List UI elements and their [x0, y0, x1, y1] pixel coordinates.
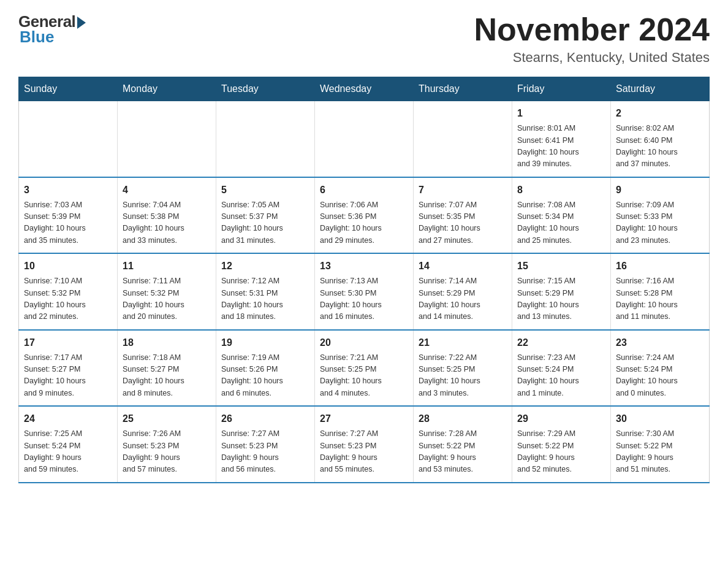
day-number: 21 [419, 335, 507, 350]
day-info: Sunrise: 7:26 AM Sunset: 5:23 PM Dayligh… [123, 428, 211, 476]
header-day-saturday: Saturday [611, 77, 710, 101]
header-day-tuesday: Tuesday [216, 77, 315, 101]
day-number: 6 [320, 183, 408, 197]
calendar-cell: 5Sunrise: 7:05 AM Sunset: 5:37 PM Daylig… [216, 177, 315, 254]
calendar-cell: 18Sunrise: 7:18 AM Sunset: 5:27 PM Dayli… [118, 330, 216, 407]
header-day-thursday: Thursday [414, 77, 512, 101]
day-info: Sunrise: 7:28 AM Sunset: 5:22 PM Dayligh… [419, 428, 507, 476]
calendar-cell: 17Sunrise: 7:17 AM Sunset: 5:27 PM Dayli… [19, 330, 118, 407]
day-info: Sunrise: 7:27 AM Sunset: 5:23 PM Dayligh… [320, 428, 408, 476]
day-info: Sunrise: 7:12 AM Sunset: 5:31 PM Dayligh… [221, 275, 309, 323]
day-number: 17 [24, 335, 112, 350]
day-info: Sunrise: 7:13 AM Sunset: 5:30 PM Dayligh… [320, 275, 408, 323]
calendar-cell [118, 101, 216, 177]
calendar-week-row: 1Sunrise: 8:01 AM Sunset: 6:41 PM Daylig… [19, 101, 710, 177]
day-info: Sunrise: 7:22 AM Sunset: 5:25 PM Dayligh… [419, 352, 507, 400]
day-number: 24 [24, 412, 112, 426]
calendar-cell: 3Sunrise: 7:03 AM Sunset: 5:39 PM Daylig… [19, 177, 118, 254]
day-info: Sunrise: 7:15 AM Sunset: 5:29 PM Dayligh… [517, 275, 605, 323]
logo: General Blue [18, 12, 86, 47]
day-info: Sunrise: 7:03 AM Sunset: 5:39 PM Dayligh… [24, 199, 112, 247]
day-info: Sunrise: 7:30 AM Sunset: 5:22 PM Dayligh… [616, 428, 704, 476]
day-info: Sunrise: 7:27 AM Sunset: 5:23 PM Dayligh… [221, 428, 309, 476]
day-number: 16 [616, 259, 704, 274]
calendar-week-row: 10Sunrise: 7:10 AM Sunset: 5:32 PM Dayli… [19, 253, 710, 330]
day-info: Sunrise: 7:19 AM Sunset: 5:26 PM Dayligh… [221, 352, 309, 400]
day-info: Sunrise: 7:25 AM Sunset: 5:24 PM Dayligh… [24, 428, 112, 476]
header-day-monday: Monday [118, 77, 216, 101]
logo-blue-text: Blue [20, 28, 54, 47]
day-number: 11 [123, 259, 211, 274]
calendar-cell: 25Sunrise: 7:26 AM Sunset: 5:23 PM Dayli… [118, 406, 216, 483]
day-number: 19 [221, 335, 309, 350]
location-subtitle: Stearns, Kentucky, United States [474, 50, 710, 66]
calendar-header-row: SundayMondayTuesdayWednesdayThursdayFrid… [19, 77, 710, 101]
calendar-cell: 11Sunrise: 7:11 AM Sunset: 5:32 PM Dayli… [118, 253, 216, 330]
header-day-wednesday: Wednesday [315, 77, 414, 101]
calendar-cell: 16Sunrise: 7:16 AM Sunset: 5:28 PM Dayli… [611, 253, 710, 330]
day-info: Sunrise: 7:06 AM Sunset: 5:36 PM Dayligh… [320, 199, 408, 247]
calendar-cell [414, 101, 512, 177]
day-number: 13 [320, 259, 408, 274]
day-number: 5 [221, 183, 309, 197]
day-info: Sunrise: 7:11 AM Sunset: 5:32 PM Dayligh… [123, 275, 211, 323]
day-info: Sunrise: 7:09 AM Sunset: 5:33 PM Dayligh… [616, 199, 704, 247]
calendar-cell: 12Sunrise: 7:12 AM Sunset: 5:31 PM Dayli… [216, 253, 315, 330]
day-number: 8 [517, 183, 605, 197]
calendar-cell: 2Sunrise: 8:02 AM Sunset: 6:40 PM Daylig… [611, 101, 710, 177]
day-number: 1 [517, 106, 605, 121]
day-number: 10 [24, 259, 112, 274]
day-number: 15 [517, 259, 605, 274]
day-number: 27 [320, 412, 408, 426]
calendar-cell: 27Sunrise: 7:27 AM Sunset: 5:23 PM Dayli… [315, 406, 414, 483]
day-info: Sunrise: 7:16 AM Sunset: 5:28 PM Dayligh… [616, 275, 704, 323]
calendar-cell: 10Sunrise: 7:10 AM Sunset: 5:32 PM Dayli… [19, 253, 118, 330]
calendar-week-row: 17Sunrise: 7:17 AM Sunset: 5:27 PM Dayli… [19, 330, 710, 407]
calendar-cell: 29Sunrise: 7:29 AM Sunset: 5:22 PM Dayli… [512, 406, 611, 483]
title-area: November 2024 Stearns, Kentucky, United … [474, 12, 710, 66]
day-info: Sunrise: 7:23 AM Sunset: 5:24 PM Dayligh… [517, 352, 605, 400]
calendar-cell: 22Sunrise: 7:23 AM Sunset: 5:24 PM Dayli… [512, 330, 611, 407]
day-number: 7 [419, 183, 507, 197]
day-number: 9 [616, 183, 704, 197]
day-number: 2 [616, 106, 704, 121]
calendar-cell: 24Sunrise: 7:25 AM Sunset: 5:24 PM Dayli… [19, 406, 118, 483]
calendar-cell: 20Sunrise: 7:21 AM Sunset: 5:25 PM Dayli… [315, 330, 414, 407]
calendar-cell: 30Sunrise: 7:30 AM Sunset: 5:22 PM Dayli… [611, 406, 710, 483]
day-info: Sunrise: 7:05 AM Sunset: 5:37 PM Dayligh… [221, 199, 309, 247]
calendar-cell: 15Sunrise: 7:15 AM Sunset: 5:29 PM Dayli… [512, 253, 611, 330]
header-day-friday: Friday [512, 77, 611, 101]
day-number: 12 [221, 259, 309, 274]
day-number: 28 [419, 412, 507, 426]
calendar-cell: 9Sunrise: 7:09 AM Sunset: 5:33 PM Daylig… [611, 177, 710, 254]
day-number: 25 [123, 412, 211, 426]
day-number: 23 [616, 335, 704, 350]
calendar-cell: 19Sunrise: 7:19 AM Sunset: 5:26 PM Dayli… [216, 330, 315, 407]
day-info: Sunrise: 7:29 AM Sunset: 5:22 PM Dayligh… [517, 428, 605, 476]
day-info: Sunrise: 7:14 AM Sunset: 5:29 PM Dayligh… [419, 275, 507, 323]
calendar-cell: 8Sunrise: 7:08 AM Sunset: 5:34 PM Daylig… [512, 177, 611, 254]
day-number: 29 [517, 412, 605, 426]
day-info: Sunrise: 7:08 AM Sunset: 5:34 PM Dayligh… [517, 199, 605, 247]
calendar-cell [315, 101, 414, 177]
header: General Blue November 2024 Stearns, Kent… [18, 12, 710, 66]
day-info: Sunrise: 7:21 AM Sunset: 5:25 PM Dayligh… [320, 352, 408, 400]
day-info: Sunrise: 8:01 AM Sunset: 6:41 PM Dayligh… [517, 123, 605, 170]
calendar-cell: 21Sunrise: 7:22 AM Sunset: 5:25 PM Dayli… [414, 330, 512, 407]
day-number: 26 [221, 412, 309, 426]
calendar-cell [19, 101, 118, 177]
day-number: 22 [517, 335, 605, 350]
day-number: 20 [320, 335, 408, 350]
calendar-cell [216, 101, 315, 177]
calendar-week-row: 3Sunrise: 7:03 AM Sunset: 5:39 PM Daylig… [19, 177, 710, 254]
day-info: Sunrise: 7:24 AM Sunset: 5:24 PM Dayligh… [616, 352, 704, 400]
day-info: Sunrise: 7:07 AM Sunset: 5:35 PM Dayligh… [419, 199, 507, 247]
header-day-sunday: Sunday [19, 77, 118, 101]
day-number: 14 [419, 259, 507, 274]
calendar-cell: 14Sunrise: 7:14 AM Sunset: 5:29 PM Dayli… [414, 253, 512, 330]
calendar-cell: 28Sunrise: 7:28 AM Sunset: 5:22 PM Dayli… [414, 406, 512, 483]
calendar-week-row: 24Sunrise: 7:25 AM Sunset: 5:24 PM Dayli… [19, 406, 710, 483]
calendar-table: SundayMondayTuesdayWednesdayThursdayFrid… [18, 77, 710, 483]
day-number: 30 [616, 412, 704, 426]
calendar-cell: 13Sunrise: 7:13 AM Sunset: 5:30 PM Dayli… [315, 253, 414, 330]
